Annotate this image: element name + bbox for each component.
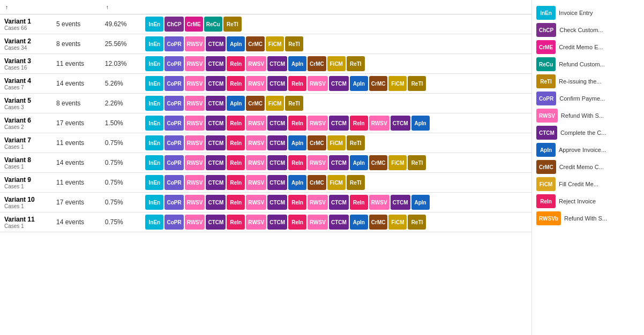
sequence-tag-ficm[interactable]: FiCM	[266, 96, 284, 111]
table-row[interactable]: Variant 5Cases 38 events2.26%InEnCoPRRWS…	[0, 94, 531, 113]
sequence-tag-rein[interactable]: ReIn	[288, 116, 306, 131]
sequence-tag-rwsv[interactable]: RWSV	[308, 155, 328, 170]
sequence-tag-rein[interactable]: ReIn	[227, 155, 245, 170]
table-row[interactable]: Variant 3Cases 1611 events12.03%InEnCoPR…	[0, 54, 531, 74]
sequence-tag-reti[interactable]: ReTI	[285, 36, 303, 51]
header-events[interactable]	[52, 0, 101, 14]
sequence-tag-ctcm[interactable]: CTCM	[329, 215, 349, 230]
sequence-tag-copr[interactable]: CoPR	[164, 135, 183, 150]
table-row[interactable]: Variant 9Cases 111 events0.75%InEnCoPRRW…	[0, 173, 531, 193]
sequence-tag-ctcm[interactable]: CTCM	[329, 116, 349, 131]
sequence-tag-rein[interactable]: ReIn	[288, 215, 306, 230]
sequence-tag-rein[interactable]: ReIn	[350, 116, 368, 131]
sequence-tag-rein[interactable]: ReIn	[227, 76, 245, 91]
sequence-tag-apin[interactable]: ApIn	[350, 76, 368, 91]
sequence-tag-crmc[interactable]: CrMC	[369, 155, 388, 170]
sequence-tag-inen[interactable]: InEn	[145, 36, 163, 51]
sequence-tag-ficm[interactable]: FiCM	[388, 76, 407, 91]
sequence-tag-apin[interactable]: ApIn	[350, 215, 368, 230]
sequence-tag-ctcm[interactable]: CTCM	[206, 56, 226, 71]
sequence-tag-rein[interactable]: ReIn	[288, 155, 306, 170]
sequence-tag-reti[interactable]: ReTI	[347, 175, 365, 190]
sequence-tag-rwsv[interactable]: RWSV	[185, 116, 205, 131]
sequence-tag-ctcm[interactable]: CTCM	[267, 116, 287, 131]
sequence-tag-ctcm[interactable]: CTCM	[206, 116, 226, 131]
variants-table-container[interactable]: ↑ ↑ Variant 1Cases 665 events49.62%InEnC…	[0, 0, 531, 335]
legend-item-crmc[interactable]: CrMCCredit Memo C...	[534, 158, 642, 176]
sequence-tag-inen[interactable]: InEn	[145, 56, 163, 71]
table-row[interactable]: Variant 2Cases 348 events25.56%InEnCoPRR…	[0, 34, 531, 54]
sequence-tag-inen[interactable]: InEn	[145, 175, 163, 190]
sequence-tag-rein[interactable]: ReIn	[227, 215, 245, 230]
sequence-tag-rwsv[interactable]: RWSV	[308, 116, 328, 131]
sequence-tag-ctcm[interactable]: CTCM	[206, 155, 226, 170]
sequence-tag-rwsv[interactable]: RWSV	[308, 195, 328, 210]
sequence-tag-ctcm[interactable]: CTCM	[206, 96, 226, 111]
sequence-tag-copr[interactable]: CoPR	[164, 36, 183, 51]
table-row[interactable]: Variant 11Cases 114 events0.75%InEnCoPRR…	[0, 212, 531, 232]
sequence-tag-rein[interactable]: ReIn	[227, 135, 245, 150]
sequence-tag-rein[interactable]: ReIn	[288, 76, 306, 91]
sequence-tag-apin[interactable]: ApIn	[288, 175, 306, 190]
sequence-tag-apin[interactable]: ApIn	[411, 116, 430, 131]
sequence-tag-copr[interactable]: CoPR	[164, 96, 183, 111]
sequence-tag-reti[interactable]: ReTI	[408, 76, 426, 91]
sequence-tag-copr[interactable]: CoPR	[164, 116, 183, 131]
sequence-tag-chcp[interactable]: ChCP	[164, 17, 183, 32]
sequence-tag-ficm[interactable]: FiCM	[266, 36, 284, 51]
sequence-tag-rwsv[interactable]: RWSV	[246, 175, 266, 190]
sequence-tag-rwsv[interactable]: RWSV	[185, 56, 205, 71]
sequence-tag-ctcm[interactable]: CTCM	[206, 36, 226, 51]
sequence-tag-crmc[interactable]: CrMC	[308, 56, 326, 71]
sequence-tag-ctcm[interactable]: CTCM	[206, 76, 226, 91]
sequence-tag-reti[interactable]: ReTI	[408, 155, 426, 170]
sequence-tag-crmc[interactable]: CrMC	[308, 135, 326, 150]
sequence-tag-reti[interactable]: ReTI	[347, 56, 365, 71]
legend-item-inen[interactable]: InEnInvoice Entry	[534, 4, 642, 21]
sequence-tag-inen[interactable]: InEn	[145, 215, 163, 230]
legend-item-ctcm[interactable]: CTCMComplete the C...	[534, 124, 642, 141]
sequence-tag-rwsv[interactable]: RWSV	[185, 76, 205, 91]
sequence-tag-ficm[interactable]: FiCM	[327, 135, 346, 150]
sequence-tag-rwsv[interactable]: RWSV	[246, 155, 266, 170]
sequence-tag-copr[interactable]: CoPR	[164, 56, 183, 71]
sequence-tag-crmc[interactable]: CrMC	[246, 36, 265, 51]
sequence-tag-rwsv[interactable]: RWSV	[246, 135, 266, 150]
sequence-tag-rwsv[interactable]: RWSV	[246, 195, 266, 210]
sequence-tag-crme[interactable]: CrME	[185, 17, 203, 32]
sequence-tag-apin[interactable]: ApIn	[288, 56, 306, 71]
sequence-tag-rwsv[interactable]: RWSV	[185, 96, 205, 111]
table-row[interactable]: Variant 10Cases 117 events0.75%InEnCoPRR…	[0, 193, 531, 212]
sequence-tag-recu[interactable]: ReCu	[204, 17, 222, 32]
sequence-tag-rwsv[interactable]: RWSV	[246, 56, 266, 71]
legend-item-rein[interactable]: ReInReject Invoice	[534, 193, 642, 210]
sequence-tag-crmc[interactable]: CrMC	[369, 76, 388, 91]
sequence-tag-inen[interactable]: InEn	[145, 96, 163, 111]
sequence-tag-copr[interactable]: CoPR	[164, 215, 183, 230]
sequence-tag-rwsv[interactable]: RWSV	[185, 36, 205, 51]
table-row[interactable]: Variant 1Cases 665 events49.62%InEnChCPC…	[0, 14, 531, 34]
sequence-tag-rein[interactable]: ReIn	[227, 116, 245, 131]
sequence-tag-ficm[interactable]: FiCM	[388, 155, 407, 170]
sequence-tag-ctcm[interactable]: CTCM	[267, 76, 287, 91]
sequence-tag-reti[interactable]: ReTI	[408, 215, 426, 230]
sequence-tag-ficm[interactable]: FiCM	[388, 215, 407, 230]
sequence-tag-inen[interactable]: InEn	[145, 155, 163, 170]
legend-item-rwsvb[interactable]: RWSVbRefund With S...	[534, 210, 642, 227]
legend-item-rwsv[interactable]: RWSVRefund With S...	[534, 107, 642, 124]
sequence-tag-rwsv[interactable]: RWSV	[185, 135, 205, 150]
header-variant-name[interactable]: ↑	[0, 0, 52, 14]
header-cases-pct[interactable]: ↑	[101, 0, 141, 14]
sequence-tag-crmc[interactable]: CrMC	[369, 215, 388, 230]
sequence-tag-rein[interactable]: ReIn	[350, 195, 368, 210]
legend-item-copr[interactable]: CoPRConfirm Payme...	[534, 90, 642, 107]
sequence-tag-rwsv[interactable]: RWSV	[185, 155, 205, 170]
table-row[interactable]: Variant 6Cases 217 events1.50%InEnCoPRRW…	[0, 113, 531, 133]
sequence-tag-ctcm[interactable]: CTCM	[206, 195, 226, 210]
legend-item-chcp[interactable]: ChCPCheck Custom...	[534, 21, 642, 39]
sequence-tag-rein[interactable]: ReIn	[227, 195, 245, 210]
sequence-tag-crmc[interactable]: CrMC	[246, 96, 265, 111]
sequence-tag-ctcm[interactable]: CTCM	[329, 155, 349, 170]
sequence-tag-rwsv[interactable]: RWSV	[246, 76, 266, 91]
sequence-tag-apin[interactable]: ApIn	[350, 155, 368, 170]
